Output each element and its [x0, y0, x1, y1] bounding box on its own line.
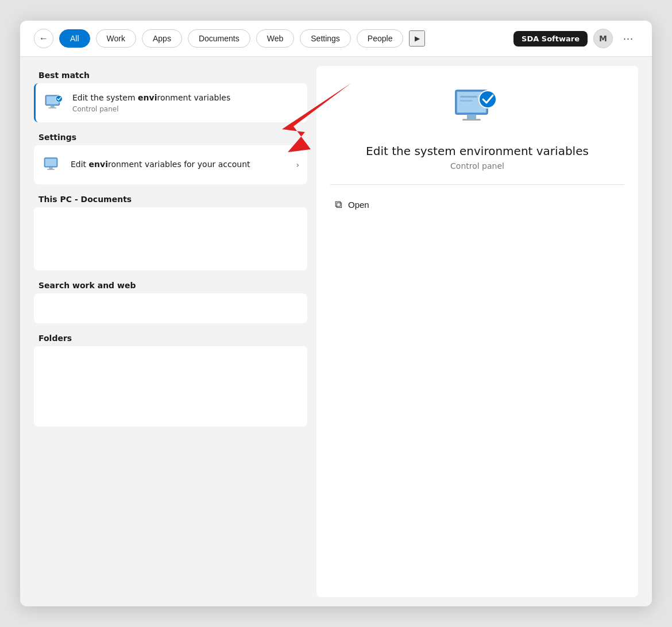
settings-app-icon	[42, 154, 63, 175]
this-pc-section: This PC - Documents	[34, 195, 307, 270]
svg-rect-8	[49, 167, 53, 169]
right-app-subtitle: Control panel	[450, 161, 504, 171]
best-match-title: Edit the system environment variables	[72, 92, 230, 104]
settings-item-title: Edit environment variables for your acco…	[71, 159, 250, 171]
open-button[interactable]: ⧉ Open	[330, 196, 374, 213]
best-match-subtitle: Control panel	[72, 105, 230, 113]
more-tabs-button[interactable]: ▶	[409, 30, 425, 47]
left-panel: Best match	[20, 57, 307, 606]
search-window: ← All Work Apps Documents Web Settings P…	[20, 21, 652, 606]
settings-label: Settings	[34, 133, 307, 142]
tab-all[interactable]: All	[59, 29, 90, 48]
nav-bar: ← All Work Apps Documents Web Settings P…	[20, 21, 652, 57]
svg-rect-13	[460, 96, 477, 98]
this-pc-label: This PC - Documents	[34, 195, 307, 204]
right-panel: Edit the system environment variables Co…	[316, 66, 638, 597]
svg-rect-9	[47, 169, 55, 170]
right-divider	[330, 184, 624, 185]
settings-item[interactable]: Edit environment variables for your acco…	[34, 145, 307, 184]
avatar[interactable]: M	[593, 29, 613, 48]
folders-results	[34, 346, 307, 427]
settings-section: Settings Edit environment variables for …	[34, 133, 307, 184]
svg-point-18	[480, 91, 496, 107]
chevron-right-icon: ›	[296, 160, 299, 169]
svg-rect-15	[467, 114, 476, 119]
best-match-item[interactable]: Edit the system environment variables Co…	[34, 83, 307, 122]
tab-apps[interactable]: Apps	[142, 29, 182, 48]
search-web-label: Search work and web	[34, 281, 307, 290]
best-match-text: Edit the system environment variables Co…	[72, 92, 230, 113]
tab-settings[interactable]: Settings	[300, 29, 351, 48]
svg-rect-7	[45, 158, 57, 166]
tab-work[interactable]: Work	[96, 29, 136, 48]
more-options-button[interactable]: ···	[619, 29, 638, 48]
sda-software-badge: SDA Software	[513, 31, 588, 47]
right-app-title: Edit the system environment variables	[366, 144, 589, 158]
search-web-section: Search work and web	[34, 281, 307, 323]
search-web-results	[34, 293, 307, 323]
settings-item-text: Edit environment variables for your acco…	[71, 159, 250, 171]
tab-documents[interactable]: Documents	[188, 29, 250, 48]
folders-label: Folders	[34, 334, 307, 343]
back-button[interactable]: ←	[34, 29, 53, 48]
best-match-label: Best match	[34, 71, 307, 80]
svg-rect-3	[48, 107, 56, 109]
svg-rect-14	[460, 100, 473, 102]
svg-rect-2	[51, 105, 55, 107]
open-label: Open	[348, 200, 369, 210]
folders-section: Folders	[34, 334, 307, 427]
tab-people[interactable]: People	[357, 29, 404, 48]
open-external-icon: ⧉	[335, 199, 342, 211]
app-icon	[44, 92, 64, 113]
tab-web[interactable]: Web	[256, 29, 295, 48]
right-app-icon-container	[454, 89, 500, 144]
svg-rect-16	[462, 119, 481, 121]
best-match-section: Best match	[34, 71, 307, 122]
this-pc-results	[34, 207, 307, 270]
main-content: Best match	[20, 57, 652, 606]
